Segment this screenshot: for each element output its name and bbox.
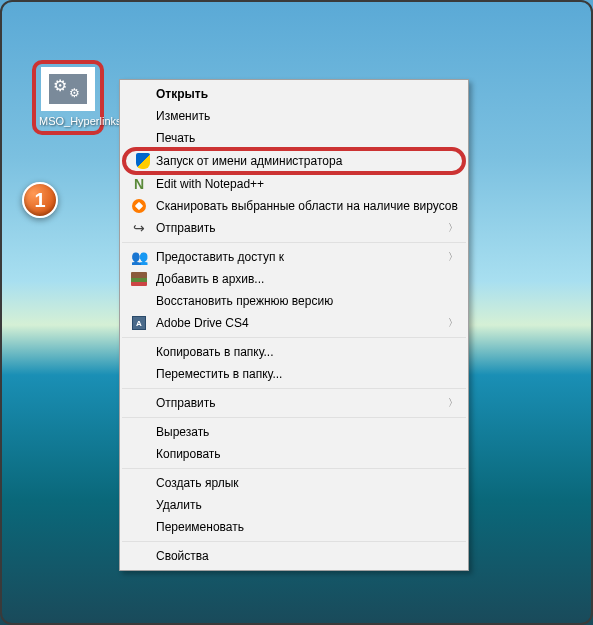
chevron-right-icon: 〉 — [448, 250, 458, 264]
menu-rename[interactable]: Переименовать — [122, 516, 466, 538]
people-icon: 👥 — [130, 248, 148, 266]
desktop-icon-label: MSO_Hyperlinks — [39, 115, 97, 128]
menu-rename-label: Переименовать — [156, 520, 244, 534]
menu-send-to-2-label: Отправить — [156, 396, 216, 410]
menu-add-archive[interactable]: Добавить в архив... — [122, 268, 466, 290]
menu-delete[interactable]: Удалить — [122, 494, 466, 516]
share-icon: ↪ — [130, 219, 148, 237]
menu-print[interactable]: Печать — [122, 127, 466, 149]
menu-delete-label: Удалить — [156, 498, 202, 512]
menu-adobe-drive[interactable]: A Adobe Drive CS4 〉 — [122, 312, 466, 334]
menu-move-to-folder[interactable]: Переместить в папку... — [122, 363, 466, 385]
winrar-icon — [130, 270, 148, 288]
separator — [122, 337, 466, 338]
desktop-file-icon[interactable]: MSO_Hyperlinks — [32, 60, 104, 135]
menu-properties-label: Свойства — [156, 549, 209, 563]
menu-grant-access[interactable]: 👥 Предоставить доступ к 〉 — [122, 246, 466, 268]
notepadpp-icon: N — [130, 175, 148, 193]
separator — [122, 242, 466, 243]
menu-edit-notepadpp-label: Edit with Notepad++ — [156, 177, 264, 191]
menu-edit[interactable]: Изменить — [122, 105, 466, 127]
menu-edit-notepadpp[interactable]: N Edit with Notepad++ — [122, 173, 466, 195]
separator — [122, 388, 466, 389]
menu-send-to[interactable]: ↪ Отправить 〉 — [122, 217, 466, 239]
menu-restore-prev[interactable]: Восстановить прежнюю версию — [122, 290, 466, 312]
menu-run-as-admin-label: Запуск от имени администратора — [156, 154, 342, 168]
context-menu: Открыть Изменить Печать Запуск от имени … — [119, 79, 469, 571]
menu-create-shortcut[interactable]: Создать ярлык — [122, 472, 466, 494]
chevron-right-icon: 〉 — [448, 221, 458, 235]
menu-cut-label: Вырезать — [156, 425, 209, 439]
menu-properties[interactable]: Свойства — [122, 545, 466, 567]
separator — [122, 541, 466, 542]
callout-1-badge: 1 — [22, 182, 58, 218]
menu-grant-access-label: Предоставить доступ к — [156, 250, 284, 264]
menu-adobe-drive-label: Adobe Drive CS4 — [156, 316, 249, 330]
shield-icon — [134, 152, 152, 170]
menu-send-to-label: Отправить — [156, 221, 216, 235]
menu-add-archive-label: Добавить в архив... — [156, 272, 264, 286]
menu-copy[interactable]: Копировать — [122, 443, 466, 465]
separator — [122, 468, 466, 469]
menu-copy-to-folder-label: Копировать в папку... — [156, 345, 274, 359]
menu-scan[interactable]: Сканировать выбранные области на наличие… — [122, 195, 466, 217]
chevron-right-icon: 〉 — [448, 396, 458, 410]
chevron-right-icon: 〉 — [448, 316, 458, 330]
separator — [122, 417, 466, 418]
menu-open-label: Открыть — [156, 87, 208, 101]
adobe-drive-icon: A — [130, 314, 148, 332]
menu-move-to-folder-label: Переместить в папку... — [156, 367, 282, 381]
menu-send-to-2[interactable]: Отправить 〉 — [122, 392, 466, 414]
menu-edit-label: Изменить — [156, 109, 210, 123]
avast-icon — [130, 197, 148, 215]
menu-print-label: Печать — [156, 131, 195, 145]
gears-icon — [49, 74, 87, 104]
menu-open[interactable]: Открыть — [122, 83, 466, 105]
menu-cut[interactable]: Вырезать — [122, 421, 466, 443]
menu-scan-label: Сканировать выбранные области на наличие… — [156, 199, 458, 213]
menu-copy-label: Копировать — [156, 447, 221, 461]
menu-restore-prev-label: Восстановить прежнюю версию — [156, 294, 333, 308]
menu-run-as-admin[interactable]: Запуск от имени администратора — [122, 147, 466, 175]
menu-create-shortcut-label: Создать ярлык — [156, 476, 239, 490]
menu-copy-to-folder[interactable]: Копировать в папку... — [122, 341, 466, 363]
batch-file-icon — [41, 67, 95, 111]
